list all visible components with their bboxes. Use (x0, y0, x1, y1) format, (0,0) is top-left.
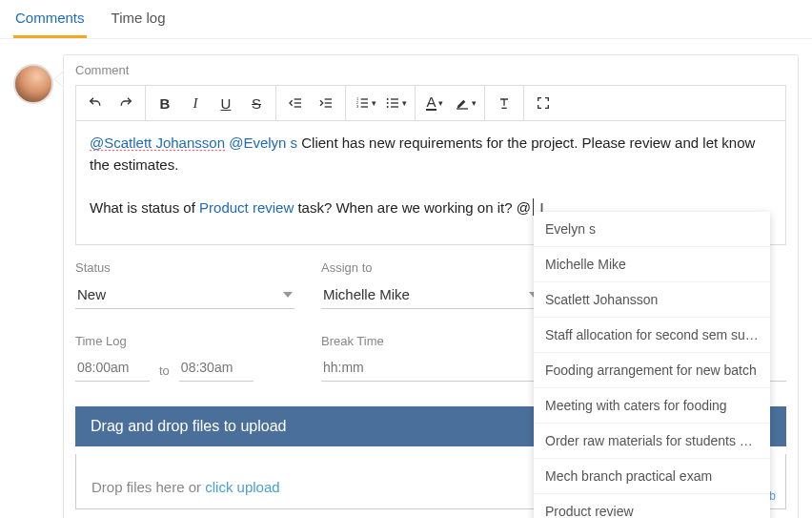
autocomplete-item[interactable]: Meeting with caters for fooding (534, 388, 770, 424)
text-color-icon: A (426, 95, 436, 111)
text-color-button[interactable]: A (419, 86, 450, 120)
undo-icon (88, 95, 103, 111)
underline-button[interactable]: U (211, 86, 241, 120)
break-input[interactable] (321, 354, 540, 382)
mention[interactable]: @Evelyn s (229, 135, 297, 151)
fullscreen-button[interactable] (528, 86, 558, 120)
highlight-icon (455, 95, 470, 111)
status-label: Status (75, 260, 294, 275)
italic-button[interactable]: I (180, 86, 211, 120)
editor-toolbar: B I U S 123 (75, 85, 786, 121)
fullscreen-icon (536, 95, 551, 111)
break-label: Break Time (321, 334, 540, 348)
timelog-start-input[interactable] (75, 354, 150, 382)
comment-text: task? When are we working on it? @ (294, 199, 531, 216)
autocomplete-item[interactable]: Michelle Mike (534, 247, 770, 282)
ordered-list-button[interactable]: 123 (350, 86, 380, 120)
status-select[interactable]: New (75, 280, 294, 309)
highlight-button[interactable] (450, 86, 480, 120)
unordered-list-button[interactable] (380, 86, 411, 120)
autocomplete-item[interactable]: Mech branch practical exam (534, 459, 770, 494)
tab-comments[interactable]: Comments (13, 0, 87, 38)
autocomplete-item[interactable]: Fooding arrangement for new batch (534, 353, 770, 388)
clear-format-icon (497, 95, 512, 111)
assign-label: Assign to (321, 260, 540, 275)
bold-button[interactable]: B (150, 86, 180, 120)
dropzone-text: Drop files here or (91, 479, 205, 495)
svg-text:3: 3 (356, 104, 359, 109)
comment-label: Comment (75, 63, 786, 77)
avatar (13, 64, 53, 104)
svg-rect-18 (457, 108, 468, 109)
click-upload-link[interactable]: click upload (205, 479, 279, 495)
indent-button[interactable] (311, 86, 341, 120)
assign-select[interactable]: Michelle Mike (321, 280, 540, 309)
assign-value: Michelle Mike (323, 286, 410, 302)
timelog-end-input[interactable] (179, 354, 254, 382)
svg-point-17 (386, 106, 388, 108)
undo-button[interactable] (80, 86, 111, 120)
autocomplete-item[interactable]: Product review (534, 494, 770, 518)
ordered-list-icon: 123 (355, 95, 370, 111)
indent-icon (318, 95, 334, 111)
autocomplete-item[interactable]: Scatlett Johansson (534, 282, 770, 318)
task-link[interactable]: Product review (199, 199, 294, 216)
status-value: New (77, 286, 106, 302)
redo-icon (118, 95, 133, 111)
clear-format-button[interactable] (489, 86, 519, 120)
tab-bar: Comments Time log (0, 0, 812, 39)
timelog-label: Time Log (75, 334, 294, 348)
autocomplete-item[interactable]: Evelyn s (534, 212, 770, 247)
autocomplete-item[interactable]: Order raw materials for students uniform (534, 424, 770, 459)
comment-text: What is status of (90, 199, 199, 216)
autocomplete-item[interactable]: Staff allocation for second sem subjects (534, 318, 770, 353)
mention-autocomplete: Evelyn s Michelle Mike Scatlett Johansso… (534, 212, 770, 518)
to-label: to (159, 363, 170, 382)
outdent-icon (288, 95, 303, 111)
strikethrough-button[interactable]: S (241, 86, 272, 120)
unordered-list-icon (385, 95, 400, 111)
svg-point-16 (386, 102, 388, 104)
tab-timelog[interactable]: Time log (110, 0, 168, 38)
chevron-down-icon (283, 292, 293, 298)
svg-point-15 (386, 98, 388, 100)
outdent-button[interactable] (280, 86, 311, 120)
mention[interactable]: @Scatlett Johansson (90, 135, 225, 152)
redo-button[interactable] (111, 86, 141, 120)
